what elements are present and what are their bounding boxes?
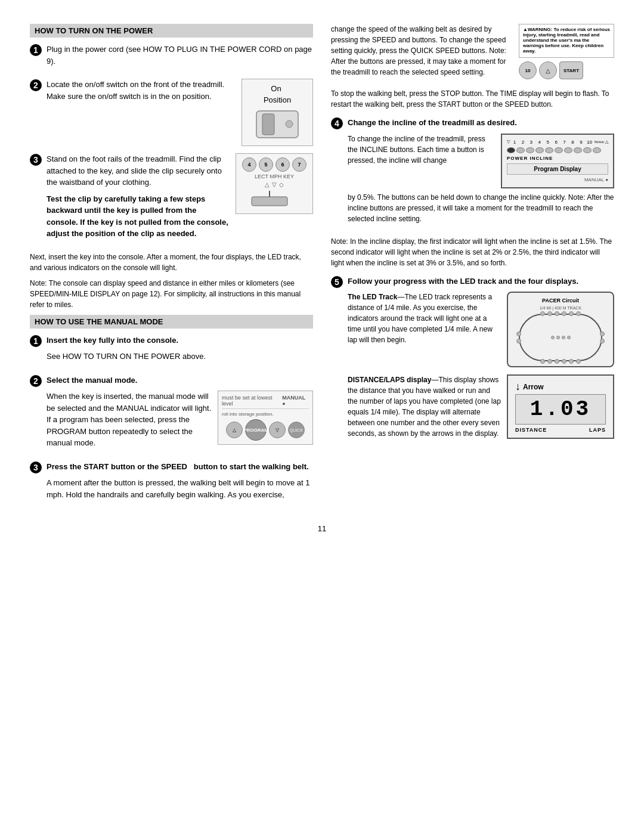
manual-step-1-title: Insert the key fully into the console. — [47, 335, 313, 346]
incline-num-6: 6 — [553, 140, 560, 145]
speed-section: change the speed of the walking belt as … — [331, 24, 614, 82]
incline-dot-7 — [564, 147, 572, 153]
pacer-dots-bottom — [540, 359, 581, 364]
pacer-dot-t2 — [547, 311, 552, 316]
incline-dot-1 — [507, 147, 515, 153]
manual-step-3-title: Press the START button or the SPEED butt… — [47, 461, 313, 473]
console-program-btn: PROGRAM — [245, 419, 267, 441]
step-3-content: Stand on the foot rails of the treadmill… — [47, 153, 313, 244]
pacer-circuit-image: PACER Circuit 1/4 MI | 400 M TRACK — [507, 292, 614, 367]
step-number-1: 1 — [30, 44, 42, 56]
manual-step-3-content: Press the START button or the SPEED butt… — [47, 461, 313, 506]
led-track-text: The LED Track—The LED track represents a… — [348, 292, 501, 345]
step-2-content: Locate the on/off switch on the front of… — [47, 79, 313, 146]
incline-num-1: 1 — [511, 140, 518, 145]
manual-step-number-1: 1 — [30, 335, 42, 347]
keypad-btn-7: 7 — [292, 157, 306, 172]
incline-display-image: ▽ 1 2 3 4 5 6 7 8 9 10 %/min △ — [501, 134, 614, 188]
step-4-text2: by 0.5%. The buttons can be held down to… — [348, 192, 614, 224]
step-1-power: 1 Plug in the power cord (see HOW TO PLU… — [30, 44, 313, 72]
manual-console-image: must be set at lowest level MANUAL ● rol… — [218, 391, 313, 445]
pacer-dots-top — [540, 311, 581, 316]
incline-num-8: 8 — [569, 140, 577, 145]
incline-num-9: 9 — [578, 140, 585, 145]
speed-up-btn: △ — [539, 61, 557, 79]
manual-step-3-text: A moment after the button is pressed, th… — [47, 477, 313, 500]
warning-title: ▲WARNING: To reduce risk of serious inju… — [523, 27, 610, 54]
manual-step-2-content: Select the manual mode. When the key is … — [47, 374, 313, 454]
incline-dot-3 — [526, 147, 534, 153]
manual-step-1-content: Insert the key fully into the console. S… — [47, 335, 313, 367]
pacer-inner-dot-1 — [551, 336, 555, 339]
distance-display-image: ↓ Arrow 1.03 DISTANCE LAPS — [507, 374, 614, 439]
console-quick-btn: QUICK — [288, 422, 305, 438]
right-column: change the speed of the walking belt as … — [331, 24, 614, 512]
step-3-text: Stand on the foot rails of the treadmill… — [47, 153, 230, 188]
incline-dot-10 — [593, 147, 601, 153]
pacer-dot-l1 — [516, 332, 521, 336]
arrow-up-btn: △ — [265, 181, 270, 188]
paragraph-2: Note: The console can display speed and … — [30, 278, 313, 310]
pacer-inner-dot-2 — [556, 336, 560, 339]
incline-num-3: 3 — [528, 140, 535, 145]
incline-percent-label: %/min — [594, 140, 604, 144]
stop-paragraph: To stop the walking belt, press the STOP… — [331, 88, 614, 110]
pacer-dot-t3 — [555, 311, 559, 316]
step-5: 5 Follow your progress with the LED trac… — [331, 275, 614, 444]
manual-step-2: 2 Select the manual mode. When the key i… — [30, 374, 313, 454]
incline-num-4: 4 — [536, 140, 543, 145]
incline-up-arrow: △ — [605, 140, 608, 144]
speed-10-btn: 10 — [519, 61, 537, 79]
keypad-label: LECT MPH KEY — [240, 174, 309, 179]
incline-manual-indicator: MANUAL ● — [507, 177, 608, 182]
step-number-5: 5 — [331, 276, 343, 288]
program-display-box: Program Display — [507, 163, 608, 175]
pacer-inner-dot-3 — [562, 336, 565, 339]
position-label: Position — [264, 95, 291, 104]
distance-arrow-icon: ↓ — [515, 380, 521, 393]
console-incline-up-btn: ▽ — [269, 422, 286, 438]
section-header-manual: HOW TO USE THE MANUAL MODE — [30, 315, 313, 329]
page-number: 11 — [30, 524, 614, 533]
keypad-btn-6: 6 — [275, 157, 290, 172]
paragraph-1: Next, insert the key into the console. A… — [30, 252, 313, 273]
speed-buttons-image: ▲WARNING: To reduce risk of serious inju… — [519, 24, 614, 79]
distance-number-display: 1.03 — [515, 394, 606, 425]
pacer-track — [519, 314, 602, 361]
incline-dot-4 — [535, 147, 544, 153]
pacer-dot-b3 — [555, 359, 559, 364]
pacer-dots-right — [600, 332, 605, 343]
step-1-text: Plug in the power cord (see HOW TO PLUG … — [47, 44, 313, 67]
pacer-inner-dot-4 — [567, 336, 571, 339]
pacer-title: PACER Circuit — [542, 298, 579, 304]
distance-arrow-label: Arrow — [523, 383, 544, 391]
led-track-title: The LED Track — [348, 293, 397, 301]
pacer-dot-t5 — [569, 311, 574, 316]
keypad-btn-4: 4 — [242, 157, 256, 172]
distance-title: DISTANCE/LAPS display — [348, 376, 431, 384]
laps-label: LAPS — [589, 427, 606, 433]
pacer-subtitle: 1/4 MI | 400 M TRACK — [540, 306, 581, 310]
manual-step-number-2: 2 — [30, 375, 42, 387]
pacer-inner-dots — [551, 336, 571, 339]
pacer-dot-l2 — [516, 339, 521, 343]
manual-step-3: 3 Press the START button or the SPEED bu… — [30, 461, 313, 506]
console-top-text1: must be set at lowest level — [222, 395, 282, 407]
start-button: START — [559, 61, 583, 79]
pacer-dot-b1 — [540, 359, 545, 364]
incline-dot-9 — [583, 147, 592, 153]
svg-rect-1 — [262, 114, 274, 135]
incline-dot-6 — [555, 147, 563, 153]
pacer-dot-t4 — [562, 311, 566, 316]
on-label: On — [271, 84, 281, 93]
pacer-dot-b6 — [576, 359, 581, 364]
step-2-text: Locate the on/off switch on the front of… — [47, 79, 236, 102]
arrow-down-btn: ▽ — [272, 181, 277, 188]
step-4: 4 Change the incline of the treadmill as… — [331, 117, 614, 229]
incline-numbers-row: ▽ 1 2 3 4 5 6 7 8 9 10 %/min △ — [507, 140, 608, 145]
console-manual-label: MANUAL ● — [282, 395, 309, 407]
warning-box: ▲WARNING: To reduce risk of serious inju… — [519, 24, 614, 58]
clip-illustration — [240, 188, 305, 209]
step-5-content: Follow your progress with the LED track … — [348, 275, 614, 444]
incline-power-label: POWER INCLINE — [507, 156, 608, 161]
